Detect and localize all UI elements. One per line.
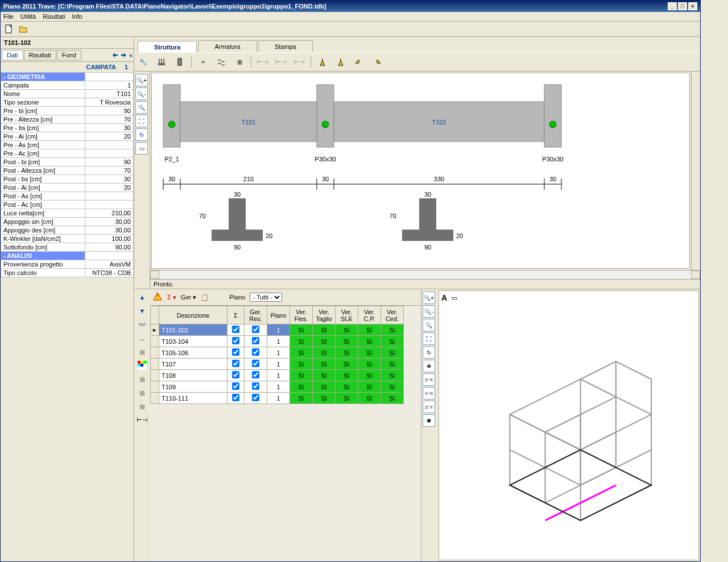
cell-desc[interactable]: T107: [159, 359, 228, 370]
zoom-in-icon[interactable]: 🔍+: [135, 74, 148, 86]
br-axis-yx-icon[interactable]: Y↑X: [423, 387, 435, 399]
fit-icon[interactable]: ⛶: [135, 115, 148, 127]
sigma-filter-icon[interactable]: Σ ▾: [167, 294, 176, 301]
cell-sum[interactable]: [228, 359, 245, 370]
cell-piano[interactable]: 1: [267, 393, 290, 404]
row-selector[interactable]: [151, 347, 159, 359]
cell-sum[interactable]: [228, 347, 245, 359]
tab-stampa[interactable]: Stampa: [258, 40, 313, 52]
cell-ger[interactable]: [245, 359, 267, 370]
prop-value[interactable]: 100,00: [85, 235, 134, 243]
br-square-icon[interactable]: ▭: [452, 294, 457, 302]
prop-value[interactable]: T101: [85, 90, 134, 98]
br-rotate-icon[interactable]: ↻: [423, 346, 435, 359]
prop-value[interactable]: 70: [85, 115, 134, 124]
copy-icon[interactable]: 📋: [201, 294, 209, 301]
row-selector[interactable]: [151, 381, 159, 393]
dim-icon-1[interactable]: ⊢⊣: [256, 55, 270, 69]
br-canvas[interactable]: [439, 305, 698, 560]
refresh-icon[interactable]: ↻: [135, 128, 148, 141]
menu-risultati[interactable]: Risultati: [43, 13, 65, 20]
piano-select[interactable]: - Tutti -: [250, 293, 282, 302]
cell-sum[interactable]: [228, 370, 245, 381]
minimize-button[interactable]: _: [668, 2, 677, 10]
br-axis-zy-icon[interactable]: Z↑Y: [423, 401, 435, 413]
cell-desc[interactable]: T110-111: [159, 393, 228, 404]
cell-piano[interactable]: 1: [267, 324, 290, 336]
cell-desc[interactable]: T109: [159, 381, 228, 393]
cell-ger[interactable]: [245, 370, 267, 381]
building-icon-3[interactable]: ▦: [136, 387, 148, 398]
building-icon-4[interactable]: ▦: [136, 401, 148, 412]
prop-value[interactable]: 30: [85, 175, 134, 184]
column-icon[interactable]: [173, 55, 187, 69]
blank-icon[interactable]: ▭: [135, 142, 148, 155]
pin-icon-2[interactable]: [334, 55, 348, 69]
pin-icon-4[interactable]: [370, 55, 384, 69]
zoom-out-icon[interactable]: 🔍-: [135, 88, 148, 100]
ger-filter-icon[interactable]: Ger ▾: [181, 294, 196, 301]
cell-desc[interactable]: T101-102: [159, 324, 228, 336]
prev-arrow-icon[interactable]: 🠘: [112, 52, 118, 59]
glasses-icon[interactable]: 👓: [136, 319, 148, 330]
menu-info[interactable]: Info: [72, 13, 82, 20]
cell-sum[interactable]: [228, 381, 245, 393]
br-zoom-out-icon[interactable]: 🔍-: [423, 305, 435, 318]
cell-ger[interactable]: [245, 381, 267, 393]
wave-icon-2[interactable]: [214, 55, 228, 69]
tool-a-icon[interactable]: ⎵: [136, 332, 148, 344]
prop-value[interactable]: 210,00: [85, 209, 134, 218]
prop-value[interactable]: 90,00: [85, 243, 134, 252]
up-arrow-icon[interactable]: ▲: [136, 292, 148, 303]
prop-value[interactable]: [85, 201, 134, 209]
prop-value[interactable]: T Rovescia: [85, 98, 134, 107]
wrench-icon[interactable]: 🔧: [136, 55, 150, 69]
building-icon-1[interactable]: ▦: [136, 346, 148, 357]
prop-value[interactable]: 30,00: [85, 218, 134, 226]
prop-value[interactable]: NTC08 - CDB: [85, 269, 134, 277]
cell-ger[interactable]: [245, 336, 267, 347]
dim-icon-2[interactable]: ⊢⊣: [274, 55, 288, 69]
row-selector[interactable]: [151, 336, 159, 347]
building-icon-2[interactable]: ▦: [136, 373, 148, 385]
menu-utilita[interactable]: Utilità: [20, 13, 36, 20]
br-pan-icon[interactable]: ✥: [423, 360, 435, 372]
beams-table[interactable]: Descrizione Σ Ger. Res. Piano Ver. Fles.…: [150, 306, 404, 404]
cell-ger[interactable]: [245, 393, 267, 404]
grid-icon[interactable]: ⊞: [233, 55, 246, 69]
br-axis-3d-icon[interactable]: ✱: [423, 414, 435, 427]
collapse-icon[interactable]: «: [129, 52, 133, 59]
br-axis-zx-icon[interactable]: Z↑X: [423, 373, 435, 386]
prop-value[interactable]: 70: [85, 166, 134, 175]
drawing-area[interactable]: T101 T102 P2_1 P30x30 P30x30: [151, 73, 690, 269]
br-fit-icon[interactable]: ⛶: [423, 332, 435, 345]
close-button[interactable]: ×: [688, 2, 697, 10]
cell-sum[interactable]: [228, 393, 245, 404]
zoom-window-icon[interactable]: 🔍: [135, 101, 148, 114]
cell-piano[interactable]: 1: [267, 381, 290, 393]
row-selector[interactable]: [151, 359, 159, 370]
cell-desc[interactable]: T105-106: [159, 347, 228, 359]
prop-value[interactable]: [85, 192, 134, 201]
cell-desc[interactable]: T103-104: [159, 336, 228, 347]
prop-value[interactable]: AxisVM: [85, 260, 134, 269]
cell-sum[interactable]: [228, 324, 245, 336]
prop-value[interactable]: 90: [85, 158, 134, 166]
dim-icon-3[interactable]: ⊢⊣: [292, 55, 306, 69]
down-arrow-icon[interactable]: ▼: [136, 305, 148, 317]
new-file-icon[interactable]: [3, 23, 15, 35]
cell-sum[interactable]: [228, 336, 245, 347]
cell-piano[interactable]: 1: [267, 347, 290, 359]
cell-desc[interactable]: T108: [159, 370, 228, 381]
cell-piano[interactable]: 1: [267, 336, 290, 347]
prop-value[interactable]: 30,00: [85, 226, 134, 235]
vscroll[interactable]: [691, 72, 700, 270]
br-zoom-in-icon[interactable]: 🔍+: [423, 292, 435, 304]
warning-icon[interactable]: !: [152, 292, 163, 303]
prop-value[interactable]: [85, 141, 134, 149]
maximize-button[interactable]: □: [678, 2, 687, 10]
cell-ger[interactable]: [245, 324, 267, 336]
pin-icon-3[interactable]: [352, 55, 366, 69]
tab-armatura[interactable]: Armatura: [198, 40, 257, 52]
row-selector[interactable]: ▸: [151, 324, 159, 336]
